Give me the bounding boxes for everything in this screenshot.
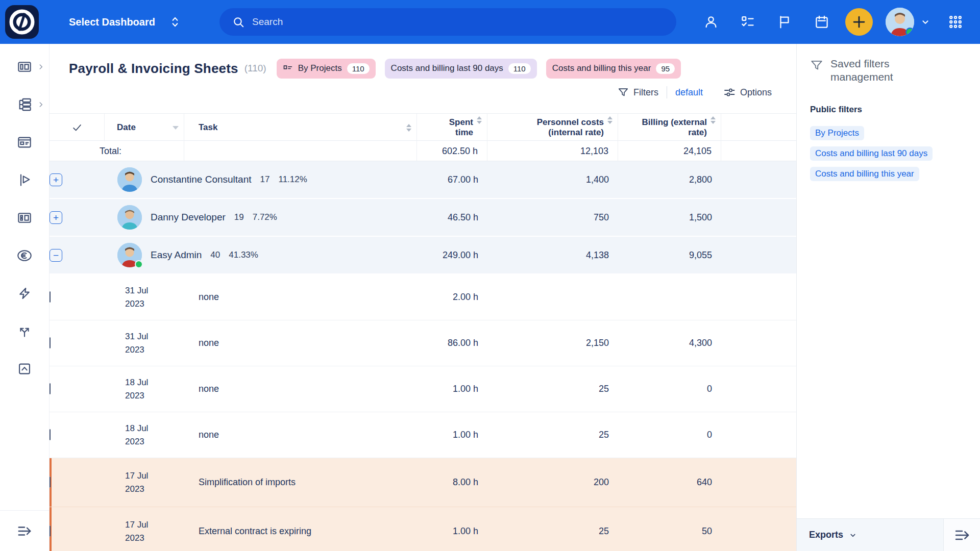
row-task: none [184, 338, 417, 348]
column-header-spent-time[interactable]: Spent time [417, 114, 487, 141]
group-count: 40 [210, 250, 220, 260]
group-name[interactable]: Danny Developer [151, 212, 226, 223]
sliders-icon [723, 86, 736, 98]
saved-filters-panel: Saved filters management Public filters … [796, 44, 980, 551]
group-percent: 7.72% [253, 212, 277, 222]
total-billing: 24,105 [618, 141, 721, 161]
table-row-highlighted: 17 Jul2023 External contract is expiring… [50, 507, 796, 551]
group-count: 17 [260, 174, 270, 185]
row-task: none [184, 384, 417, 394]
date-filter-arrow-icon[interactable] [173, 126, 179, 130]
collapse-button[interactable]: − [50, 249, 62, 262]
row-checkbox[interactable] [50, 477, 51, 488]
row-billing: 640 [618, 477, 721, 488]
page-count: (110) [244, 63, 266, 74]
global-search [219, 8, 676, 36]
sort-icon[interactable] [406, 124, 411, 132]
select-all-checkmark[interactable] [50, 114, 105, 141]
online-status-dot [905, 28, 914, 36]
options-button[interactable]: Options [723, 86, 772, 98]
row-personnel-costs: 25 [487, 430, 618, 440]
app-logo[interactable] [5, 5, 39, 39]
row-task[interactable]: Simplification of imports [184, 477, 417, 488]
group-name[interactable]: Constantine Consultant [151, 174, 252, 185]
search-input[interactable] [252, 16, 640, 28]
row-task[interactable]: External contract is expiring [184, 526, 417, 537]
apps-grid-icon[interactable] [944, 0, 967, 44]
column-header-empty [721, 114, 796, 141]
filters-label: Filters [633, 87, 658, 98]
row-checkbox[interactable] [50, 429, 51, 440]
expand-button[interactable]: + [50, 173, 62, 186]
exports-button[interactable]: Exports [797, 519, 943, 551]
filters-button[interactable]: Filters [618, 87, 658, 98]
row-date: 18 Jul [125, 376, 184, 389]
row-date: 18 Jul [125, 422, 184, 435]
sidebar-modules-icon[interactable] [17, 210, 32, 226]
panel-collapse-icon[interactable] [943, 519, 980, 551]
create-new-button[interactable] [845, 8, 873, 36]
exports-label: Exports [809, 530, 843, 540]
row-date: 17 Jul [125, 469, 184, 483]
sidebar-milestones-icon[interactable] [17, 172, 32, 188]
sort-icon[interactable] [607, 116, 612, 124]
avatar [117, 205, 142, 230]
row-checkbox[interactable] [50, 291, 51, 303]
table-row-highlighted: 17 Jul2023 Simplification of imports 8.0… [50, 458, 796, 507]
filter-chip-by-projects[interactable]: By Projects 110 [277, 59, 376, 79]
table-row: 18 Jul2023 none 1.00 h 25 0 [50, 412, 796, 458]
row-date: 31 Jul [125, 330, 184, 343]
saved-filter-link[interactable]: Costs and billing this year [810, 167, 919, 181]
online-status-dot [135, 260, 143, 268]
calendar-icon[interactable] [811, 0, 833, 44]
saved-filter-link[interactable]: Costs and billing last 90 days [810, 146, 933, 161]
sidebar-money-icon[interactable] [17, 248, 32, 263]
row-checkbox[interactable] [50, 383, 51, 394]
saved-filter-link[interactable]: By Projects [810, 126, 864, 140]
column-header-billing[interactable]: Billing (external rate) [618, 114, 721, 141]
column-header-personnel-costs[interactable]: Personnel costs (internal rate) [487, 114, 618, 141]
total-personnel-costs: 12,103 [487, 141, 618, 161]
avatar-chevron-icon[interactable] [915, 0, 936, 44]
search-icon [232, 15, 245, 29]
sidebar-workflow-icon[interactable] [17, 323, 32, 339]
sort-icon[interactable] [710, 116, 716, 124]
sort-icon[interactable] [477, 116, 482, 124]
user-icon[interactable] [700, 0, 722, 44]
sidebar-pages-icon[interactable] [17, 135, 32, 150]
user-avatar[interactable] [886, 8, 914, 36]
default-filter-link[interactable]: default [675, 87, 703, 98]
group-name[interactable]: Easy Admin [151, 249, 202, 261]
row-spent-time: 8.00 h [417, 477, 487, 488]
expand-button[interactable]: + [50, 211, 62, 224]
table-row: 31 Jul2023 none 86.00 h 2,150 4,300 [50, 320, 796, 366]
row-spent-time: 2.00 h [417, 292, 487, 303]
row-spent-time: 1.00 h [417, 384, 487, 394]
column-header-task[interactable]: Task [184, 114, 417, 141]
group-row: + Constantine Consultant 17 11.12% 67.00… [50, 161, 796, 199]
row-billing: 0 [618, 430, 721, 440]
group-billing: 1,500 [618, 212, 721, 223]
chevron-down-icon [848, 531, 857, 540]
filter-chip-last-90-days[interactable]: Costs and billing last 90 days 110 [385, 59, 537, 79]
group-personnel-costs: 4,138 [487, 250, 618, 261]
row-personnel-costs: 25 [487, 526, 618, 537]
page-title: Payroll & Invoicing Sheets [69, 61, 238, 77]
sidebar-project-tree-icon[interactable] [17, 97, 32, 112]
dashboard-selector[interactable]: Select Dashboard [69, 0, 182, 44]
sidebar-archive-icon[interactable] [17, 361, 32, 377]
group-spent-time: 249.00 h [417, 250, 487, 261]
row-checkbox[interactable] [50, 337, 51, 348]
row-spent-time: 86.00 h [417, 338, 487, 348]
row-task: none [184, 430, 417, 440]
payroll-table: Date Task Spent time Personnel costs (in… [50, 113, 796, 551]
flag-icon[interactable] [773, 0, 796, 44]
sidebar-quick-actions-icon[interactable] [17, 286, 32, 301]
tasks-icon[interactable] [737, 0, 759, 44]
filter-chip-this-year[interactable]: Costs and billing this year 95 [546, 59, 681, 79]
sidebar-expand-icon[interactable] [0, 510, 49, 551]
row-checkbox[interactable] [50, 525, 51, 537]
row-task: none [184, 292, 417, 303]
column-header-date[interactable]: Date [105, 114, 184, 141]
sidebar-dashboards-icon[interactable] [17, 59, 32, 74]
